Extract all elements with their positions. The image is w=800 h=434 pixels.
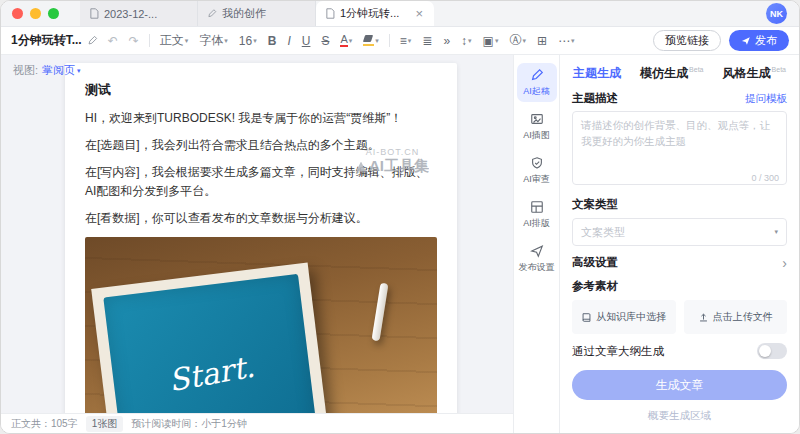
inserted-photo[interactable]: Start. [85,237,437,413]
line-spacing-dropdown[interactable]: ↕ ▾ [458,33,475,49]
document-title: 1分钟玩转T... [11,32,82,49]
photo-chalk-stick [372,283,389,342]
insert-table-button[interactable]: ⊞ [534,33,550,49]
rail-item-publish-settings[interactable]: 发布设置 [517,239,557,278]
tab-label: 我的创作 [222,6,306,21]
rail-item-ai-layout[interactable]: AI排版 [517,195,557,234]
rail-item-label: 发布设置 [519,261,555,274]
image-icon: ▣ [483,34,494,48]
rail-item-ai-illustration[interactable]: AI插图 [517,107,557,146]
toolbar-divider [149,34,150,47]
chevron-down-icon: ▾ [224,37,228,45]
chevron-down-icon: ▾ [253,37,257,45]
toolbar: 1分钟玩转T... ↶ ↷ 正文▾ 字体▾ 16▾ B I U S A ▾ ▾ … [1,27,799,55]
paragraph-style-dropdown[interactable]: 正文▾ [157,31,192,50]
chevron-down-icon: ▾ [571,37,575,45]
editor-column: 视图: 掌阅页 ▾ 测试 HI，欢迎来到TURBODESK! 我是专属于你的运营… [1,55,513,433]
shield-check-icon [530,156,544,170]
document-page[interactable]: 测试 HI，欢迎来到TURBODESK! 我是专属于你的运营“贾维斯”！ 在[选… [65,63,457,413]
zoom-window-button[interactable] [48,8,59,19]
toggle-knob [759,345,771,357]
close-tab-icon[interactable]: × [413,7,425,20]
tab-imitate-generation[interactable]: 模仿生成Beta [640,65,703,82]
status-bar: 正文共：105字 1张图 预计阅读时间：小于1分钟 [1,413,513,433]
edit-title-icon[interactable] [87,35,98,46]
tab-dated-doc[interactable]: 2023-12-... [80,1,198,26]
more-tools-dropdown[interactable]: ⋯ ▾ [555,33,578,49]
word-count: 正文共：105字 [11,417,78,431]
upload-icon [698,312,709,323]
outline-toggle[interactable] [757,343,787,359]
layout-icon [530,200,544,214]
rail-item-ai-draft[interactable]: AI起稿 [517,63,557,102]
tab-my-creations[interactable]: 我的创作 [198,1,316,26]
highlight-color-dropdown[interactable]: ▾ [360,34,382,47]
strikethrough-button[interactable]: S [318,33,332,49]
outline-generation-row: 通过文章大纲生成 [572,343,787,359]
traffic-lights [1,8,70,19]
underline-button[interactable]: U [299,33,314,49]
highlighter-icon [363,35,374,46]
undo-button[interactable]: ↶ [105,33,121,49]
send-icon [530,244,544,258]
book-icon [581,312,592,323]
bold-button[interactable]: B [265,33,280,49]
chevron-down-icon: ▾ [349,37,353,45]
advanced-settings-row[interactable]: 高级设置 › [572,255,787,270]
titlebar: 2023-12-... 我的创作 1分钟玩转... × NK [1,1,799,27]
generation-panel: 主题生成 模仿生成Beta 风格生成Beta 主题描述 提问模板 0 / 300… [559,55,799,433]
text-frame-icon: Ⓐ [509,32,521,49]
tab-label: 1分钟玩转... [340,6,408,21]
rail-item-ai-review[interactable]: AI审查 [517,151,557,190]
editor-canvas[interactable]: 视图: 掌阅页 ▾ 测试 HI，欢迎来到TURBODESK! 我是专属于你的运营… [1,55,513,413]
tab-topic-generation[interactable]: 主题生成 [573,65,621,82]
photo-polaroid-card: Start. [91,263,333,413]
publish-button[interactable]: 发布 [729,30,789,51]
chevron-down-icon: ▾ [185,37,189,45]
font-color-dropdown[interactable]: A ▾ [337,33,355,48]
preview-link-button[interactable]: 预览链接 [653,30,721,51]
list-button[interactable]: ≣ [419,33,435,49]
topic-section: 主题描述 提问模板 0 / 300 [572,91,787,188]
font-size-dropdown[interactable]: 16▾ [236,33,260,49]
toolbar-divider [389,34,390,47]
summary-area-hint: 概要生成区域 [572,409,787,423]
reference-material-label: 参考素材 [572,279,787,294]
indent-button[interactable]: » [440,33,453,49]
topic-description-label: 主题描述 [572,91,618,106]
text-frame-dropdown[interactable]: Ⓐ ▾ [506,31,529,50]
chevron-down-icon: ▾ [522,37,526,45]
minimize-window-button[interactable] [30,8,41,19]
copy-type-placeholder: 文案类型 [581,225,625,240]
italic-button[interactable]: I [284,33,293,49]
generate-article-button[interactable]: 生成文章 [572,370,787,400]
font-family-dropdown[interactable]: 字体▾ [196,31,231,50]
window-tabs: 2023-12-... 我的创作 1分钟玩转... × [80,1,434,26]
doc-paragraph: HI，欢迎来到TURBODESK! 我是专属于你的运营“贾维斯”！ [85,109,437,129]
redo-button[interactable]: ↷ [126,33,142,49]
rail-item-label: AI审查 [523,173,550,186]
rail-item-label: AI起稿 [523,85,550,98]
tab-style-generation[interactable]: 风格生成Beta [723,65,786,82]
generation-tabs: 主题生成 模仿生成Beta 风格生成Beta [572,65,787,82]
document-icon [325,8,335,19]
view-selector[interactable]: 视图: 掌阅页 ▾ [13,63,81,78]
doc-paragraph: 在[选题目]，我会列出符合需求且结合热点的多个主题。 [85,136,437,156]
copy-type-select[interactable]: 文案类型 ▾ [572,218,787,246]
insert-image-dropdown[interactable]: ▣ ▾ [480,33,502,49]
select-from-knowledge-base-button[interactable]: 从知识库中选择 [572,300,676,334]
user-avatar[interactable]: NK [766,3,787,24]
close-window-button[interactable] [12,8,23,19]
tab-current-doc[interactable]: 1分钟玩转... × [316,1,434,26]
question-template-link[interactable]: 提问模板 [745,92,787,106]
photo-start-text: Start. [165,349,256,398]
copy-type-label: 文案类型 [572,197,787,212]
chevron-right-icon: › [782,256,787,270]
view-value: 掌阅页 [42,63,75,78]
font-color-icon: A [340,34,347,47]
doc-paragraph: 在[看数据]，你可以查看发布的文章数据与分析建议。 [85,209,437,229]
upload-file-button[interactable]: 点击上传文件 [684,300,788,334]
beta-badge: Beta [689,66,703,73]
align-dropdown[interactable]: ≡ ▾ [397,33,415,49]
outline-generation-label: 通过文章大纲生成 [572,344,664,359]
